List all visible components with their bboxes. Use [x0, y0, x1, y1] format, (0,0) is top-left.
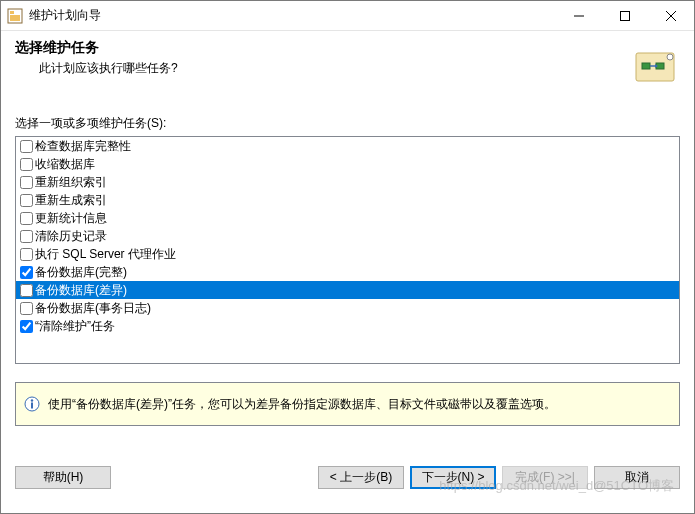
info-icon: [24, 396, 40, 412]
task-item-1[interactable]: 收缩数据库: [16, 155, 679, 173]
task-item-8[interactable]: 备份数据库(差异): [16, 281, 679, 299]
svg-rect-2: [10, 11, 14, 14]
task-label-3: 重新生成索引: [35, 191, 107, 209]
finish-button: 完成(F) >>|: [502, 466, 588, 489]
task-label-4: 更新统计信息: [35, 209, 107, 227]
svg-point-10: [667, 54, 673, 60]
close-button[interactable]: [648, 1, 694, 30]
back-button[interactable]: < 上一步(B): [318, 466, 404, 489]
task-item-7[interactable]: 备份数据库(完整): [16, 263, 679, 281]
task-checkbox-5[interactable]: [20, 230, 33, 243]
cancel-button[interactable]: 取消: [594, 466, 680, 489]
task-label-1: 收缩数据库: [35, 155, 95, 173]
task-item-3[interactable]: 重新生成索引: [16, 191, 679, 209]
task-checkbox-1[interactable]: [20, 158, 33, 171]
task-checkbox-4[interactable]: [20, 212, 33, 225]
minimize-button[interactable]: [556, 1, 602, 30]
task-item-6[interactable]: 执行 SQL Server 代理作业: [16, 245, 679, 263]
wizard-header: 选择维护任务 此计划应该执行哪些任务?: [1, 31, 694, 101]
task-label-9: 备份数据库(事务日志): [35, 299, 151, 317]
content-area: 选择一项或多项维护任务(S): 检查数据库完整性收缩数据库重新组织索引重新生成索…: [1, 101, 694, 364]
maximize-button[interactable]: [602, 1, 648, 30]
task-label-0: 检查数据库完整性: [35, 137, 131, 155]
tasks-list-label: 选择一项或多项维护任务(S):: [15, 115, 680, 132]
svg-rect-15: [31, 403, 33, 409]
task-checkbox-8[interactable]: [20, 284, 33, 297]
svg-point-14: [31, 399, 33, 401]
page-subtitle: 此计划应该执行哪些任务?: [39, 60, 680, 77]
task-checkbox-0[interactable]: [20, 140, 33, 153]
task-label-5: 清除历史记录: [35, 227, 107, 245]
task-item-5[interactable]: 清除历史记录: [16, 227, 679, 245]
task-description-panel: 使用“备份数据库(差异)”任务，您可以为差异备份指定源数据库、目标文件或磁带以及…: [15, 382, 680, 426]
task-label-7: 备份数据库(完整): [35, 263, 127, 281]
help-button[interactable]: 帮助(H): [15, 466, 111, 489]
task-label-6: 执行 SQL Server 代理作业: [35, 245, 176, 263]
task-item-4[interactable]: 更新统计信息: [16, 209, 679, 227]
task-checkbox-7[interactable]: [20, 266, 33, 279]
task-checkbox-3[interactable]: [20, 194, 33, 207]
titlebar: 维护计划向导: [1, 1, 694, 31]
task-checkbox-2[interactable]: [20, 176, 33, 189]
tasks-listbox[interactable]: 检查数据库完整性收缩数据库重新组织索引重新生成索引更新统计信息清除历史记录执行 …: [15, 136, 680, 364]
task-checkbox-9[interactable]: [20, 302, 33, 315]
header-graphic-icon: [630, 43, 678, 91]
window-title: 维护计划向导: [29, 7, 556, 24]
task-label-8: 备份数据库(差异): [35, 281, 127, 299]
task-label-2: 重新组织索引: [35, 173, 107, 191]
wizard-footer: 帮助(H) < 上一步(B) 下一步(N) > 完成(F) >>| 取消: [1, 456, 694, 513]
task-item-10[interactable]: “清除维护”任务: [16, 317, 679, 335]
app-icon: [7, 8, 23, 24]
task-label-10: “清除维护”任务: [35, 317, 115, 335]
svg-rect-8: [642, 63, 650, 69]
next-button[interactable]: 下一步(N) >: [410, 466, 496, 489]
task-checkbox-6[interactable]: [20, 248, 33, 261]
svg-rect-1: [10, 15, 20, 21]
task-checkbox-10[interactable]: [20, 320, 33, 333]
task-item-2[interactable]: 重新组织索引: [16, 173, 679, 191]
svg-rect-4: [621, 11, 630, 20]
window-controls: [556, 1, 694, 30]
task-item-9[interactable]: 备份数据库(事务日志): [16, 299, 679, 317]
task-description-text: 使用“备份数据库(差异)”任务，您可以为差异备份指定源数据库、目标文件或磁带以及…: [48, 396, 556, 413]
task-item-0[interactable]: 检查数据库完整性: [16, 137, 679, 155]
page-title: 选择维护任务: [15, 39, 680, 57]
